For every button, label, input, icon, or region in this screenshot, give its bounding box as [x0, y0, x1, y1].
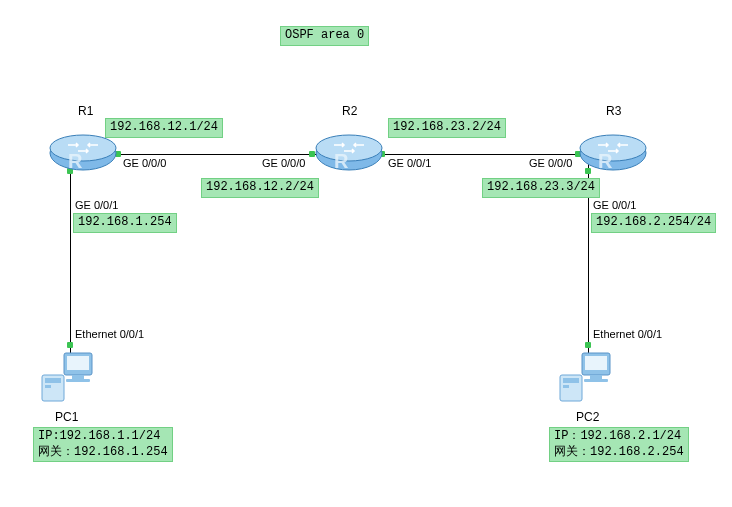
pc1-gw: 网关：192.168.1.254 — [38, 445, 168, 459]
router-r1[interactable]: R — [48, 133, 118, 173]
ip-label: 192.168.23.3/24 — [482, 178, 600, 198]
port-label: Ethernet 0/0/1 — [593, 328, 662, 340]
pc-label: PC1 — [55, 410, 78, 424]
ip-label: 192.168.1.254 — [73, 213, 177, 233]
svg-rect-13 — [67, 356, 89, 370]
router-r2[interactable]: R — [314, 133, 384, 173]
port-label: GE 0/0/1 — [75, 199, 118, 211]
ip-label: 192.168.23.2/24 — [388, 118, 506, 138]
pc-1[interactable] — [36, 345, 96, 405]
ip-label: 192.168.2.254/24 — [591, 213, 716, 233]
svg-text:R: R — [334, 150, 349, 172]
svg-rect-10 — [45, 378, 61, 383]
pc2-gw: 网关：192.168.2.254 — [554, 445, 684, 459]
link-r1-r2 — [114, 154, 324, 155]
ip-label: 192.168.12.1/24 — [105, 118, 223, 138]
pc-label: PC2 — [576, 410, 599, 424]
port-label: GE 0/0/0 — [123, 157, 166, 169]
router-r3[interactable]: R — [578, 133, 648, 173]
port-label: GE 0/0/0 — [529, 157, 572, 169]
svg-rect-20 — [585, 356, 607, 370]
pc1-info: IP:192.168.1.1/24 网关：192.168.1.254 — [33, 427, 173, 462]
pc1-ip: IP:192.168.1.1/24 — [38, 429, 160, 443]
port-label: GE 0/0/1 — [388, 157, 431, 169]
svg-point-1 — [50, 135, 116, 161]
pc2-info: IP：192.168.2.1/24 网关：192.168.2.254 — [549, 427, 689, 462]
ip-label: 192.168.12.2/24 — [201, 178, 319, 198]
pc2-ip: IP：192.168.2.1/24 — [554, 429, 681, 443]
pc-2[interactable] — [554, 345, 614, 405]
port-label: Ethernet 0/0/1 — [75, 328, 144, 340]
port-label: GE 0/0/1 — [593, 199, 636, 211]
svg-point-7 — [580, 135, 646, 161]
diagram-title: OSPF area 0 — [280, 26, 369, 46]
svg-rect-14 — [72, 375, 84, 379]
svg-rect-22 — [584, 379, 608, 382]
router-label: R1 — [78, 104, 93, 118]
port-label: GE 0/0/0 — [262, 157, 305, 169]
svg-rect-18 — [563, 385, 569, 388]
svg-rect-11 — [45, 385, 51, 388]
link-r1-pc1 — [70, 160, 71, 355]
svg-rect-15 — [66, 379, 90, 382]
svg-text:R: R — [598, 150, 613, 172]
router-label: R2 — [342, 104, 357, 118]
svg-text:R: R — [68, 150, 83, 172]
router-label: R3 — [606, 104, 621, 118]
svg-rect-17 — [563, 378, 579, 383]
link-r2-r3 — [380, 154, 590, 155]
svg-point-4 — [316, 135, 382, 161]
svg-rect-21 — [590, 375, 602, 379]
